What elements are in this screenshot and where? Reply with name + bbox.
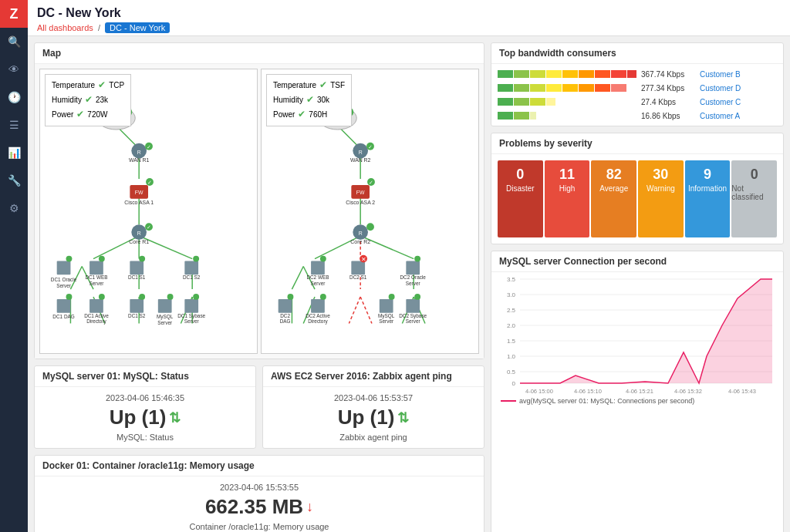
svg-text:4-06 15:10: 4-06 15:10	[574, 388, 602, 395]
svg-text:DC2: DC2	[280, 313, 290, 318]
svg-rect-104	[311, 261, 325, 275]
aws-panel-title: AWS EC2 Server 2016: Zabbix agent ping	[263, 366, 484, 387]
network-map-left: Temperature✔TCP Humidity✔23k Power✔720W	[39, 69, 258, 354]
bw-customer-3[interactable]: Customer A	[700, 112, 740, 120]
severity-unclassified-count: 0	[751, 167, 758, 183]
bandwidth-row-3: 16.86 Kbps Customer A	[491, 109, 783, 123]
severity-average: 82 Average	[591, 160, 636, 237]
map-status-box-left: Temperature✔TCP Humidity✔23k Power✔720W	[45, 74, 131, 126]
mysql-timestamp: 2023-04-06 15:46:35	[41, 393, 249, 402]
mysql-chart-title: MySQL server Connection per second	[491, 251, 783, 272]
bw-customer-0[interactable]: Customer B	[700, 70, 741, 79]
aws-status-content: 2023-04-06 15:53:57 Up (1) ⇅ Zabbix agen…	[263, 387, 484, 448]
severity-info: 9 Information	[685, 160, 731, 237]
server-status-row: MySQL server 01: MySQL: Status 2023-04-0…	[34, 365, 484, 449]
aws-metric: Zabbix agent ping	[269, 433, 478, 442]
mysql-status-value: Up (1) ⇅	[41, 406, 249, 429]
docker-panel-title: Docker 01: Container /oracle11g: Memory …	[35, 456, 484, 476]
svg-text:DC1 WEB: DC1 WEB	[85, 274, 107, 280]
svg-text:DC1 Oracle: DC1 Oracle	[51, 277, 77, 282]
page-title: DC - New York	[37, 6, 781, 20]
svg-point-99	[366, 223, 374, 231]
svg-text:R: R	[137, 150, 141, 155]
svg-text:3.0: 3.0	[507, 291, 516, 298]
svg-rect-138	[514, 84, 529, 92]
bw-customer-1[interactable]: Customer D	[700, 84, 741, 93]
svg-text:DC1 Sybase: DC1 Sybase	[177, 313, 205, 319]
svg-text:Server: Server	[406, 281, 421, 286]
svg-point-44	[139, 256, 145, 262]
svg-rect-133	[579, 70, 594, 78]
svg-rect-34	[57, 261, 71, 275]
aws-timestamp: 2023-04-06 15:53:57	[269, 393, 478, 402]
svg-text:DC2 S1: DC2 S1	[349, 274, 367, 280]
severity-high-count: 11	[559, 167, 575, 183]
bw-value-0: 367.74 Kbps	[641, 70, 695, 79]
svg-text:Cisco ASA 1: Cisco ASA 1	[124, 200, 154, 205]
docker-panel: Docker 01: Container /oracle11g: Memory …	[34, 455, 484, 532]
svg-rect-132	[562, 70, 578, 78]
svg-text:DC2 Sybase: DC2 Sybase	[399, 313, 427, 319]
sidebar-icon-search[interactable]: 🔍	[0, 28, 28, 56]
map-status-box-right: Temperature✔TSF Humidity✔30k Power✔760H	[266, 74, 352, 126]
sidebar-icon-wrench[interactable]: 🔧	[0, 167, 28, 194]
svg-text:WAN R1: WAN R1	[129, 157, 150, 163]
svg-rect-135	[611, 70, 626, 78]
severity-disaster-count: 0	[516, 167, 524, 183]
map-content: Temperature✔TCP Humidity✔23k Power✔720W	[35, 64, 484, 359]
sidebar-icon-menu[interactable]: ☰	[0, 111, 28, 139]
svg-point-111	[414, 256, 420, 262]
problems-title: Problems by severity	[491, 133, 783, 154]
svg-rect-140	[546, 84, 562, 92]
svg-text:✓: ✓	[368, 144, 373, 150]
severity-disaster: 0 Disaster	[498, 160, 543, 237]
svg-rect-100	[351, 261, 365, 275]
docker-memory-text: 662.35 MB	[205, 495, 303, 519]
breadcrumb-all-dashboards[interactable]: All dashboards	[37, 23, 93, 32]
severity-bars: 0 Disaster 11 High 82 Average 30 Warning	[498, 160, 777, 237]
svg-text:DC1 S1: DC1 S1	[128, 274, 146, 280]
bw-value-1: 277.34 Kbps	[641, 84, 695, 93]
svg-text:DC1 Active: DC1 Active	[84, 313, 109, 318]
svg-text:FW: FW	[135, 190, 143, 195]
bw-bar-1	[498, 83, 636, 93]
bw-value-2: 27.4 Kbps	[641, 98, 695, 106]
svg-rect-146	[514, 98, 529, 106]
svg-text:4-06 15:43: 4-06 15:43	[728, 388, 756, 395]
sidebar-icon-eye[interactable]: 👁	[0, 56, 28, 83]
sidebar-logo[interactable]: Z	[0, 0, 28, 28]
svg-text:0: 0	[512, 380, 516, 387]
sidebar-icon-settings[interactable]: ⚙	[0, 194, 28, 222]
svg-text:✓: ✓	[369, 180, 373, 185]
svg-text:R: R	[359, 150, 363, 155]
svg-text:2.0: 2.0	[507, 322, 516, 329]
map-panel: Map Temperature✔TCP Humidity✔23k Power✔7…	[34, 42, 484, 359]
svg-rect-112	[279, 299, 292, 313]
svg-rect-38	[89, 261, 103, 275]
severity-info-count: 9	[704, 167, 711, 183]
bw-value-3: 16.86 Kbps	[641, 112, 695, 120]
svg-rect-62	[184, 299, 198, 313]
svg-text:Core R1: Core R1	[129, 239, 149, 244]
svg-text:R: R	[137, 231, 141, 236]
svg-text:Server: Server	[184, 318, 200, 324]
svg-rect-45	[184, 261, 198, 275]
svg-text:DC1 S2: DC1 S2	[183, 274, 201, 280]
bw-customer-2[interactable]: Customer C	[700, 98, 741, 106]
svg-text:Server: Server	[56, 283, 72, 288]
svg-point-119	[320, 294, 326, 300]
bandwidth-row-1: 277.34 Kbps Customer D	[491, 81, 783, 95]
docker-arrow-icon: ↓	[306, 499, 313, 515]
svg-rect-116	[311, 299, 325, 313]
svg-text:0.5: 0.5	[507, 369, 516, 375]
severity-average-label: Average	[599, 184, 628, 193]
legend-line-icon	[501, 400, 516, 402]
bw-bar-2	[498, 97, 636, 106]
aws-status-panel: AWS EC2 Server 2016: Zabbix agent ping 2…	[262, 365, 484, 449]
svg-text:1.5: 1.5	[507, 338, 516, 345]
svg-text:DC2 Oracle: DC2 Oracle	[400, 274, 427, 280]
sidebar-icon-chart[interactable]: 📊	[0, 139, 28, 167]
svg-point-115	[288, 294, 294, 300]
svg-point-57	[139, 294, 145, 300]
sidebar-icon-clock[interactable]: 🕐	[0, 83, 28, 111]
